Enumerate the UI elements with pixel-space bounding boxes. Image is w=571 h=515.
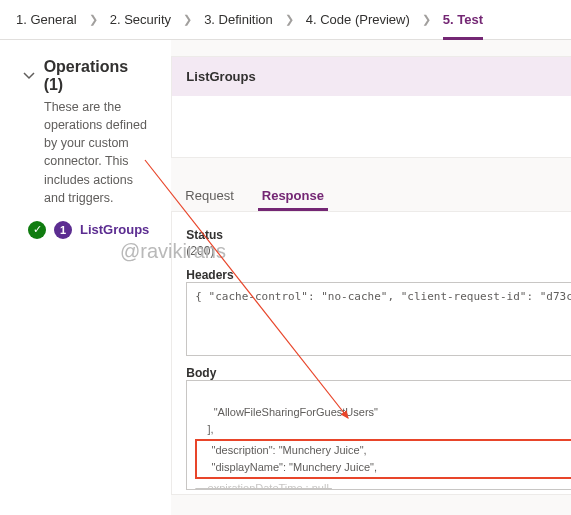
response-section: Status (200) Headers { "cache-control": … (171, 211, 571, 495)
number-badge: 1 (54, 221, 72, 239)
operation-name: ListGroups (80, 222, 149, 237)
tab-request[interactable]: Request (171, 180, 247, 211)
operations-description: These are the operations defined by your… (44, 98, 149, 207)
status-value: (200) (186, 244, 571, 258)
operations-title: Operations (1) (44, 58, 150, 94)
result-tabs: Request Response (171, 180, 571, 211)
tab-response[interactable]: Response (248, 180, 338, 211)
body-label: Body (186, 366, 571, 380)
chevron-right-icon: ❯ (87, 13, 100, 26)
headers-label: Headers (186, 268, 571, 282)
operations-pane: Operations (1) These are the operations … (0, 40, 171, 515)
chevron-right-icon: ❯ (283, 13, 296, 26)
group-title: ListGroups (172, 57, 571, 96)
step-general[interactable]: 1. General (6, 0, 87, 40)
check-icon: ✓ (28, 221, 46, 239)
step-security[interactable]: 2. Security (100, 0, 181, 40)
body-textarea[interactable]: "AllowFileSharingForGuestUsers" ], "desc… (186, 380, 571, 490)
chevron-right-icon: ❯ (420, 13, 433, 26)
test-panel: ListGroups Test operation Request Respon… (171, 40, 571, 515)
chevron-right-icon: ❯ (181, 13, 194, 26)
chevron-down-icon[interactable] (22, 69, 36, 84)
step-test[interactable]: 5. Test (433, 0, 493, 40)
wizard-steps: 1. General ❯ 2. Security ❯ 3. Definition… (0, 0, 571, 40)
operation-item[interactable]: ✓ 1 ListGroups (28, 221, 149, 239)
step-definition[interactable]: 3. Definition (194, 0, 283, 40)
highlighted-body: "description": "Munchery Juice", "displa… (195, 439, 571, 479)
step-code[interactable]: 4. Code (Preview) (296, 0, 420, 40)
status-label: Status (186, 228, 571, 242)
headers-textarea[interactable]: { "cache-control": "no-cache", "client-r… (186, 282, 571, 356)
